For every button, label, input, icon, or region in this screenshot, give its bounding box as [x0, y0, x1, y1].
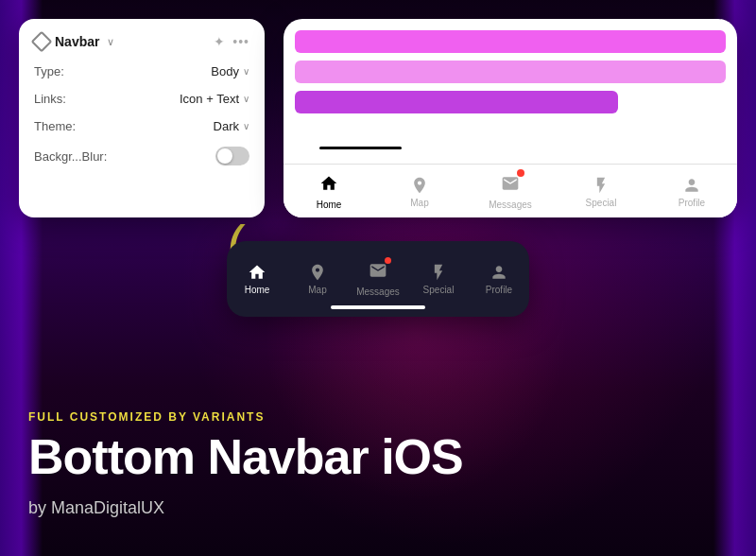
type-label: Type: — [34, 64, 64, 78]
panel-row-links: Links: Icon + Text ∨ — [34, 92, 249, 106]
panel-row-type: Type: Body ∨ — [34, 64, 249, 78]
light-profile-label: Profile — [679, 198, 705, 208]
dark-map-label: Map — [308, 285, 326, 295]
dark-home-label: Home — [245, 285, 270, 295]
profile-icon — [682, 176, 701, 195]
light-nav-profile[interactable]: Profile — [668, 176, 715, 208]
panel-header: Navbar ∨ ✦ ••• — [34, 34, 249, 49]
map-icon — [410, 176, 429, 195]
dark-messages-label: Messages — [356, 287, 400, 297]
diamond-icon — [31, 31, 53, 53]
theme-label: Theme: — [34, 119, 76, 133]
chevron-down-icon: ∨ — [107, 36, 114, 48]
home-icon — [319, 174, 338, 193]
light-nav-map[interactable]: Map — [396, 176, 443, 208]
light-theme-card: Home Map Messag — [284, 19, 737, 217]
bottom-section: FULL CUSTOMIZED BY VARIANTS Bottom Navba… — [28, 410, 728, 518]
phone-card-content — [284, 19, 737, 125]
light-nav-home[interactable]: Home — [305, 174, 352, 210]
light-map-label: Map — [410, 198, 428, 208]
light-nav-special[interactable]: Special — [577, 176, 625, 208]
light-nav-messages[interactable]: Messages — [487, 174, 534, 210]
light-special-label: Special — [586, 198, 617, 208]
nav-active-bar — [319, 147, 401, 149]
panel-row-theme: Theme: Dark ∨ — [34, 119, 249, 133]
dark-nav-map[interactable]: Map — [294, 263, 341, 295]
theme-caret: ∨ — [243, 121, 249, 131]
dark-map-icon — [308, 263, 327, 282]
type-caret: ∨ — [243, 66, 249, 77]
dark-messages-badge — [385, 257, 391, 264]
dark-messages-wrapper — [369, 261, 387, 284]
panel-title-group: Navbar ∨ — [34, 34, 114, 49]
blur-label: Backgr...Blur: — [34, 149, 107, 164]
messages-icon-wrapper — [501, 174, 520, 197]
links-caret: ∨ — [243, 94, 249, 104]
dark-nav-messages[interactable]: Messages — [354, 261, 402, 297]
main-title: Bottom Navbar iOS — [28, 431, 728, 483]
skeleton-bar-2 — [295, 61, 726, 83]
links-value[interactable]: Icon + Text ∨ — [180, 92, 249, 106]
dark-profile-label: Profile — [486, 285, 512, 295]
skeleton-bar-3 — [295, 91, 618, 113]
messages-badge — [517, 169, 524, 177]
light-navbar: Home Map Messag — [284, 164, 737, 217]
more-options-icon[interactable]: ••• — [232, 34, 249, 49]
dark-profile-icon — [490, 263, 508, 282]
home-icon-wrapper — [319, 174, 338, 197]
theme-value[interactable]: Dark ∨ — [214, 119, 249, 133]
panel-row-blur: Backgr...Blur: — [34, 147, 249, 165]
author: by ManaDigitalUX — [28, 498, 728, 518]
dark-navbar-card: Home Map Messages — [227, 241, 529, 317]
dark-messages-icon — [369, 261, 387, 280]
subtitle: FULL CUSTOMIZED BY VARIANTS — [28, 410, 728, 424]
special-icon — [592, 176, 610, 195]
blur-toggle[interactable] — [215, 147, 249, 165]
dark-nav-profile[interactable]: Profile — [475, 263, 523, 295]
dark-special-label: Special — [423, 285, 455, 295]
panel-actions: ✦ ••• — [214, 34, 249, 49]
messages-icon — [501, 174, 520, 193]
move-icon[interactable]: ✦ — [214, 34, 225, 49]
top-section: Navbar ∨ ✦ ••• Type: Body ∨ Links: — [19, 19, 737, 217]
properties-panel: Navbar ∨ ✦ ••• Type: Body ∨ Links: — [19, 19, 265, 217]
light-home-label: Home — [317, 200, 342, 210]
dark-home-icon — [248, 263, 266, 282]
dark-nav-home[interactable]: Home — [233, 263, 281, 295]
light-messages-label: Messages — [489, 200, 532, 210]
skeleton-bar-1 — [295, 30, 726, 53]
panel-title: Navbar — [55, 34, 99, 49]
dark-nav-special[interactable]: Special — [415, 263, 462, 295]
links-label: Links: — [34, 92, 66, 106]
dark-home-indicator — [331, 305, 425, 309]
type-value[interactable]: Body ∨ — [211, 64, 249, 78]
dark-special-icon — [429, 263, 448, 282]
